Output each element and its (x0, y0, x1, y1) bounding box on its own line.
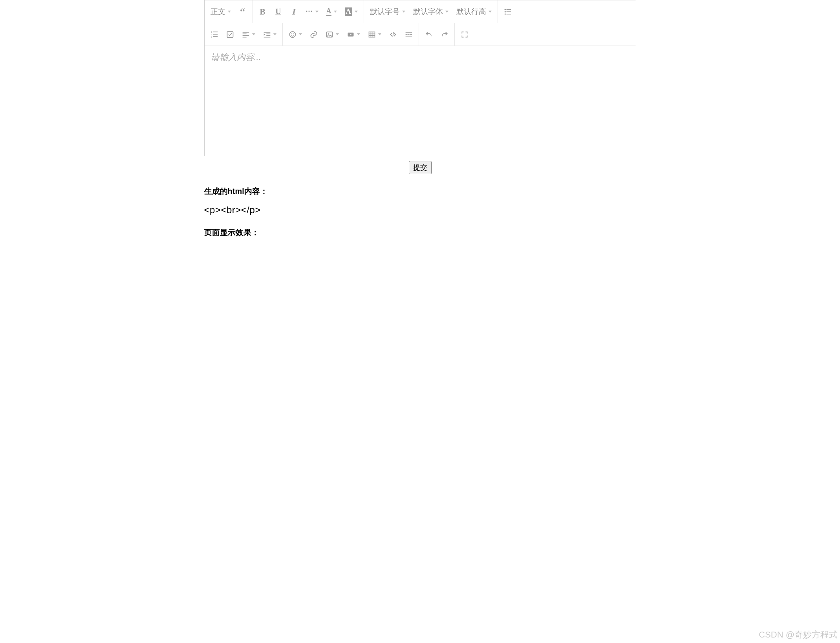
svg-rect-35 (410, 34, 412, 35)
blockquote-button[interactable]: “ (235, 0, 251, 23)
line-height-dropdown[interactable]: 默认行高 (452, 0, 496, 23)
submit-label: 提交 (413, 164, 427, 172)
align-left-icon (242, 31, 250, 38)
table-icon (368, 31, 376, 38)
heading-dropdown[interactable]: 正文 (207, 0, 235, 23)
link-icon (310, 31, 318, 38)
chevron-down-icon (273, 33, 276, 35)
indent-dropdown[interactable] (259, 23, 280, 46)
emoji-icon (289, 31, 296, 38)
svg-text:3: 3 (210, 35, 212, 38)
svg-point-25 (328, 33, 329, 35)
more-styles-dropdown[interactable]: ··· (302, 0, 322, 23)
svg-rect-16 (242, 37, 246, 37)
chevron-down-icon (378, 33, 381, 35)
editor-content-area[interactable]: 请输入内容... (205, 46, 636, 156)
font-color-icon: A (326, 7, 331, 16)
heading-label: 正文 (210, 7, 225, 17)
rich-text-editor: 正文 “ B U I ··· (204, 0, 636, 156)
svg-point-0 (504, 9, 505, 10)
chevron-down-icon (489, 11, 492, 13)
code-icon (389, 31, 397, 38)
svg-rect-27 (369, 32, 375, 37)
redo-button[interactable] (437, 23, 452, 46)
video-dropdown[interactable] (343, 23, 364, 46)
italic-button[interactable]: I (286, 0, 302, 23)
redo-icon (441, 31, 448, 38)
svg-point-21 (289, 31, 295, 37)
submit-button[interactable]: 提交 (409, 161, 432, 174)
table-dropdown[interactable] (364, 23, 385, 46)
svg-rect-33 (405, 34, 407, 35)
video-icon (347, 31, 355, 38)
font-size-label: 默认字号 (370, 7, 400, 17)
ordered-list-icon: 123 (210, 31, 218, 38)
align-dropdown[interactable] (238, 23, 259, 46)
checkbox-icon (226, 31, 234, 38)
svg-rect-11 (213, 36, 218, 37)
svg-rect-15 (242, 35, 249, 36)
emoji-dropdown[interactable] (285, 23, 306, 46)
page-render-heading: 页面显示效果： (204, 227, 636, 238)
toolbar-row-1: 正文 “ B U I ··· (205, 0, 636, 23)
font-size-dropdown[interactable]: 默认字号 (366, 0, 409, 23)
underline-icon: U (275, 7, 281, 16)
svg-rect-7 (213, 31, 218, 32)
svg-rect-19 (266, 35, 270, 36)
chevron-down-icon (334, 11, 337, 13)
italic-icon: I (292, 7, 296, 17)
svg-rect-18 (266, 33, 270, 34)
underline-button[interactable]: U (271, 0, 286, 23)
svg-rect-5 (506, 14, 511, 15)
fullscreen-icon (461, 31, 468, 38)
chevron-down-icon (228, 11, 231, 13)
svg-rect-3 (506, 11, 511, 12)
link-button[interactable] (306, 23, 322, 46)
svg-rect-20 (264, 37, 270, 37)
svg-rect-36 (405, 37, 412, 37)
toolbar-row-2: 123 (205, 23, 636, 46)
bold-button[interactable]: B (255, 0, 271, 23)
code-button[interactable] (385, 23, 401, 46)
highlight-color-icon: A (345, 7, 352, 16)
back-color-dropdown[interactable]: A (341, 0, 362, 23)
chevron-down-icon (315, 11, 318, 13)
unordered-list-icon (504, 8, 512, 16)
svg-rect-32 (405, 32, 412, 33)
svg-rect-17 (264, 32, 270, 33)
svg-point-2 (504, 11, 505, 12)
chevron-down-icon (355, 11, 358, 13)
chevron-down-icon (299, 33, 302, 35)
ordered-list-button[interactable]: 123 (207, 23, 222, 46)
undo-icon (425, 31, 433, 38)
svg-rect-9 (213, 34, 218, 35)
indent-icon (263, 31, 271, 38)
svg-point-23 (293, 33, 294, 34)
chevron-down-icon (252, 33, 255, 35)
svg-rect-34 (408, 34, 409, 35)
editor-placeholder: 请输入内容... (211, 52, 261, 62)
chevron-down-icon (402, 11, 405, 13)
bold-icon: B (260, 7, 265, 17)
line-height-label: 默认行高 (456, 7, 486, 17)
svg-rect-1 (506, 9, 511, 10)
svg-rect-14 (242, 33, 246, 34)
image-dropdown[interactable] (322, 23, 343, 46)
font-family-label: 默认字体 (413, 7, 443, 17)
svg-rect-13 (242, 32, 249, 33)
generated-html-heading: 生成的html内容： (204, 186, 636, 197)
font-family-dropdown[interactable]: 默认字体 (409, 0, 452, 23)
unordered-list-button[interactable] (500, 0, 516, 23)
more-icon: ··· (306, 7, 313, 16)
divider-button[interactable] (401, 23, 417, 46)
fore-color-dropdown[interactable]: A (322, 0, 341, 23)
todo-list-button[interactable] (222, 23, 238, 46)
chevron-down-icon (336, 33, 339, 35)
svg-point-4 (504, 13, 505, 15)
quote-icon: “ (240, 6, 245, 18)
chevron-down-icon (357, 33, 360, 35)
fullscreen-button[interactable] (457, 23, 472, 46)
divider-icon (405, 31, 413, 38)
svg-point-22 (291, 33, 292, 34)
undo-button[interactable] (421, 23, 437, 46)
